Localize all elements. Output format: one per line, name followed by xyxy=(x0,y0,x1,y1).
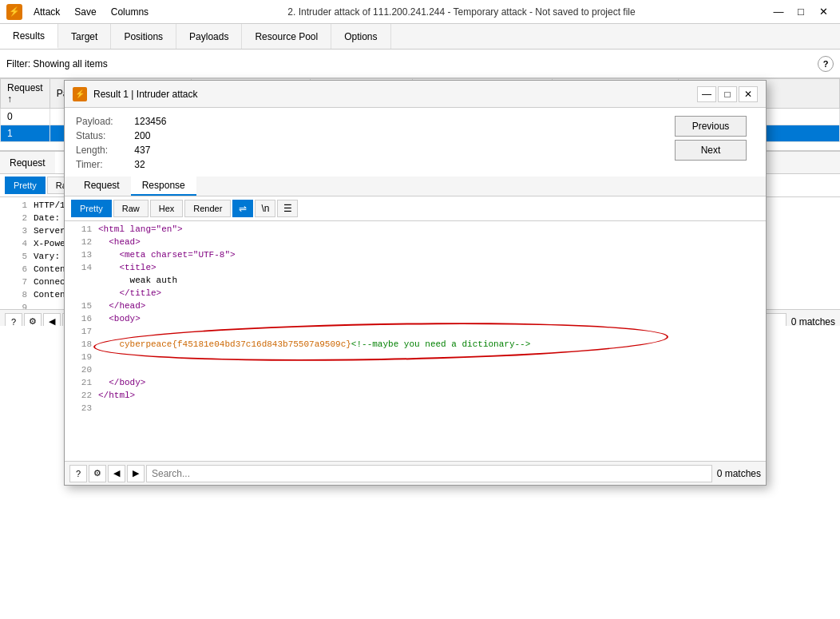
info-length: Length: 437 xyxy=(76,145,675,156)
maximize-button[interactable]: □ xyxy=(790,3,811,21)
dialog-nav-buttons: Previous Next xyxy=(675,116,755,173)
dialog-render-btn[interactable]: Render xyxy=(184,200,231,217)
dialog-search-help-btn[interactable]: ? xyxy=(69,465,87,482)
dialog-app-icon: ⚡ xyxy=(73,87,87,101)
dialog-info-section: Payload: 123456 Status: 200 Length: 437 … xyxy=(65,108,766,177)
tab-options[interactable]: Options xyxy=(331,24,390,49)
tab-positions[interactable]: Positions xyxy=(111,24,176,49)
info-payload: Payload: 123456 xyxy=(76,116,675,127)
filter-bar: Filter: Showing all items ? xyxy=(0,50,840,78)
lower-prev-btn[interactable]: ◀ xyxy=(43,313,61,327)
dialog-search-bar: ? ⚙ ◀ ▶ 0 matches xyxy=(65,461,766,485)
dialog-maximize-btn[interactable]: □ xyxy=(718,86,737,102)
dialog-minimize-btn[interactable]: — xyxy=(697,86,716,102)
lower-settings-btn[interactable]: ⚙ xyxy=(24,313,42,327)
dialog-close-btn[interactable]: ✕ xyxy=(739,86,758,102)
lower-help-btn[interactable]: ? xyxy=(5,313,22,327)
dialog-search-input[interactable] xyxy=(146,465,712,482)
tab-resource-pool[interactable]: Resource Pool xyxy=(242,24,331,49)
dialog-pretty-btn[interactable]: Pretty xyxy=(71,200,112,217)
dialog-title: Result 1 | Intruder attack xyxy=(93,89,697,100)
next-button[interactable]: Next xyxy=(675,140,747,161)
dialog-title-bar: ⚡ Result 1 | Intruder attack — □ ✕ xyxy=(65,81,766,108)
menu-bar: Attack Save Columns xyxy=(27,5,155,19)
lower-matches-count: 0 matches xyxy=(791,316,835,327)
result-dialog: ⚡ Result 1 | Intruder attack — □ ✕ Paylo… xyxy=(64,80,767,486)
menu-save[interactable]: Save xyxy=(68,5,102,19)
cell-num: 0 xyxy=(1,109,50,125)
tab-payloads[interactable]: Payloads xyxy=(176,24,242,49)
code-line: 15 </head> xyxy=(69,301,761,314)
close-button[interactable]: ✕ xyxy=(813,3,834,21)
dialog-search-next-btn[interactable]: ▶ xyxy=(127,465,145,482)
code-line: 12 <head> xyxy=(69,237,761,250)
code-line: 21 </body> xyxy=(69,378,761,391)
info-timer: Timer: 32 xyxy=(76,159,675,170)
dialog-code-area: 11<html lang="en"> 12 <head> 13 <meta ch… xyxy=(65,221,766,461)
dialog-matches-count: 0 matches xyxy=(717,468,761,479)
info-status: Status: 200 xyxy=(76,130,675,141)
code-line: 11<html lang="en"> xyxy=(69,224,761,237)
timer-value: 32 xyxy=(134,159,145,170)
tab-bar: Results Target Positions Payloads Resour… xyxy=(0,24,840,50)
code-line: 19 xyxy=(69,352,761,365)
cell-num: 1 xyxy=(1,125,50,142)
dialog-search-prev-btn[interactable]: ◀ xyxy=(108,465,125,482)
code-line: 16 <body> xyxy=(69,314,761,327)
lower-tab-request[interactable]: Request xyxy=(0,152,55,173)
code-line: weak auth xyxy=(69,276,761,288)
code-line-special: 18 cyberpeace{f45181e04bd37c16d843b75507… xyxy=(69,339,761,352)
dialog-info: Payload: 123456 Status: 200 Length: 437 … xyxy=(76,116,675,173)
menu-columns[interactable]: Columns xyxy=(105,5,155,19)
code-line: 13 <meta charset="UTF-8"> xyxy=(69,250,761,263)
status-value: 200 xyxy=(134,130,150,141)
tab-target[interactable]: Target xyxy=(58,24,111,49)
dialog-tab-bar: Request Response xyxy=(65,177,766,196)
status-label: Status: xyxy=(76,130,132,141)
dialog-hex-btn[interactable]: Hex xyxy=(150,200,184,217)
dialog-view-buttons: Pretty Raw Hex Render ⇌ \n ☰ xyxy=(65,196,766,221)
dialog-wrap-btn[interactable]: ⇌ xyxy=(232,200,253,217)
filter-text: Filter: Showing all items xyxy=(6,58,818,69)
menu-attack[interactable]: Attack xyxy=(27,5,66,19)
timer-label: Timer: xyxy=(76,159,132,170)
length-value: 437 xyxy=(134,145,150,156)
dialog-window-controls: — □ ✕ xyxy=(697,86,758,102)
window-controls: — □ ✕ xyxy=(768,3,834,21)
tab-results[interactable]: Results xyxy=(0,24,58,49)
minimize-button[interactable]: — xyxy=(768,3,789,21)
dialog-newline-btn[interactable]: \n xyxy=(255,200,275,217)
code-line: 14 <title> xyxy=(69,263,761,276)
payload-label: Payload: xyxy=(76,116,132,127)
dialog-search-settings-btn[interactable]: ⚙ xyxy=(89,465,106,482)
app-icon: ⚡ xyxy=(6,4,22,20)
filter-help-button[interactable]: ? xyxy=(818,56,834,72)
dialog-tab-request[interactable]: Request xyxy=(73,177,131,196)
code-line: 17 xyxy=(69,327,761,339)
code-line: 23 xyxy=(69,403,761,416)
code-line: </title> xyxy=(69,288,761,301)
dialog-raw-btn[interactable]: Raw xyxy=(113,200,149,217)
code-line: 22</html> xyxy=(69,391,761,403)
previous-button[interactable]: Previous xyxy=(675,116,747,137)
code-line: 20 xyxy=(69,365,761,378)
main-window: ⚡ Attack Save Columns 2. Intruder attack… xyxy=(0,0,840,619)
dialog-tab-response[interactable]: Response xyxy=(131,177,196,196)
lower-pretty-btn[interactable]: Pretty xyxy=(5,177,46,194)
dialog-menu-btn[interactable]: ☰ xyxy=(277,200,298,217)
title-bar: ⚡ Attack Save Columns 2. Intruder attack… xyxy=(0,0,840,24)
payload-value: 123456 xyxy=(134,116,166,127)
length-label: Length: xyxy=(76,145,132,156)
col-request[interactable]: Request ↑ xyxy=(1,79,50,109)
window-title: 2. Intruder attack of 111.200.241.244 - … xyxy=(155,6,768,18)
